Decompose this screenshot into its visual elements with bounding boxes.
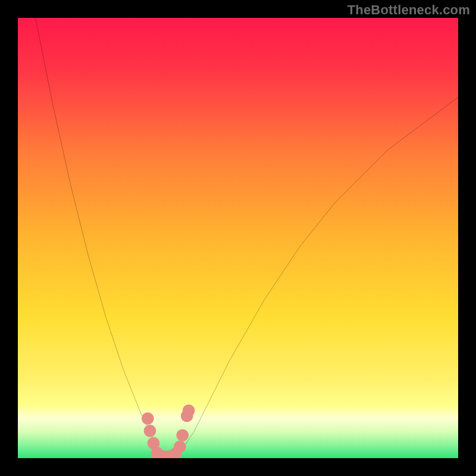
marker-dot [142,412,154,425]
chart-frame: TheBottleneck.com [0,0,476,476]
watermark-text: TheBottleneck.com [347,2,470,18]
marker-dot [174,440,186,453]
marker-dot [183,405,195,417]
marker-dot [144,425,156,437]
bottleneck-chart [18,18,458,458]
marker-dot [176,429,189,441]
